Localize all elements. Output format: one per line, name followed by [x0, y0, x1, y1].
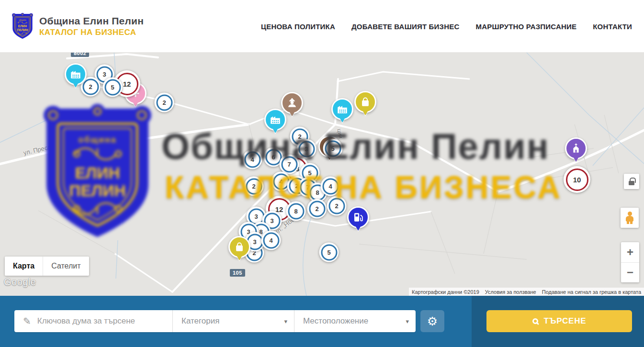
nav-item-pricing[interactable]: ЦЕНОВА ПОЛИТИКА	[261, 22, 335, 31]
attribution-report-link[interactable]: Подаване на сигнал за грешка в картата	[539, 289, 644, 295]
lock-icon	[629, 181, 634, 185]
site-title: Община Елин Пелин	[39, 15, 144, 27]
nav-item-schedule[interactable]: МАРШРУТНО РАЗПИСАНИЕ	[475, 22, 576, 31]
category-select-label: Категория	[181, 316, 219, 326]
cluster-marker[interactable]: 5	[323, 139, 343, 158]
cluster-marker[interactable]: 2	[155, 93, 174, 112]
map-type-map-button[interactable]: Карта	[5, 257, 43, 276]
location-select-label: Местоположение	[303, 316, 368, 326]
pin-bag-marker[interactable]	[354, 91, 376, 113]
chevron-down-icon: ▾	[406, 318, 409, 325]
pin-factory-marker[interactable]	[65, 63, 87, 85]
cluster-marker[interactable]: 4	[243, 150, 262, 169]
search-keyword-input[interactable]	[37, 316, 157, 326]
brand-text: Община Елин Пелин КАТАЛОГ НА БИЗНЕСА	[39, 15, 144, 37]
svg-text:община: община	[19, 19, 26, 21]
search-icon	[532, 318, 538, 324]
pegman-icon	[626, 212, 633, 224]
map-type-satellite-button[interactable]: Сателит	[43, 257, 89, 276]
cluster-marker[interactable]: 5	[103, 78, 123, 97]
pin-factory-marker[interactable]	[264, 109, 286, 131]
cluster-marker[interactable]: 2	[327, 196, 347, 216]
keyword-field: ✎	[14, 310, 172, 332]
gear-icon: ⚙	[427, 315, 438, 327]
site-subtitle: КАТАЛОГ НА БИЗНЕСА	[39, 28, 144, 37]
category-select[interactable]: Категория ▾	[172, 310, 294, 332]
svg-text:ПЕЛИН: ПЕЛИН	[17, 28, 28, 31]
lock-button[interactable]	[624, 174, 639, 189]
cluster-marker[interactable]: 5	[319, 243, 339, 262]
cluster-marker[interactable]: 4	[321, 177, 340, 196]
search-bar: ✎ Категория ▾ Местоположение ▾ ⚙ ТЪРСЕНЕ	[0, 296, 644, 347]
pencil-icon: ✎	[23, 315, 31, 327]
zoom-in-button[interactable]: +	[621, 242, 639, 263]
svg-text:ЕЛИН: ЕЛИН	[18, 24, 27, 28]
zoom-out-button[interactable]: −	[621, 263, 639, 283]
cluster-marker[interactable]: 2	[307, 199, 327, 219]
pin-factory-marker[interactable]	[331, 98, 353, 120]
location-select[interactable]: Местоположение ▾	[294, 310, 416, 332]
search-button[interactable]: ТЪРСЕНЕ	[486, 310, 632, 332]
search-fields: ✎ Категория ▾ Местоположение ▾	[14, 310, 416, 332]
header: общинаЕЛИНПЕЛИН Община Елин Пелин КАТАЛО…	[0, 0, 644, 53]
municipality-crest-icon: общинаЕЛИНПЕЛИН	[11, 12, 34, 40]
cluster-marker[interactable]: 10	[564, 166, 590, 193]
brand-logo[interactable]: общинаЕЛИНПЕЛИН Община Елин Пелин КАТАЛО…	[11, 12, 144, 40]
map-attribution: Картографски данни ©2019 Условия за полз…	[409, 288, 644, 296]
pin-fuel-marker[interactable]	[347, 206, 369, 228]
marker-layer: 312252235461375242784128223383234510	[0, 53, 644, 296]
nav-item-add-business[interactable]: ДОБАВЕТЕ ВАШИЯТ БИЗНЕС	[351, 22, 459, 31]
chevron-down-icon: ▾	[284, 318, 287, 325]
cluster-marker[interactable]: 2	[244, 177, 264, 196]
search-button-label: ТЪРСЕНЕ	[544, 316, 587, 326]
main-nav: ЦЕНОВА ПОЛИТИКА ДОБАВЕТЕ ВАШИЯТ БИЗНЕС М…	[261, 0, 632, 53]
attribution-terms-link[interactable]: Условия за ползване	[482, 289, 539, 295]
google-logo[interactable]: Google	[4, 277, 36, 288]
map-type-control: Карта Сателит	[5, 257, 89, 276]
pin-bag-marker[interactable]	[228, 236, 250, 258]
map-canvas[interactable]: ул. Преслав бул. „Новосел ции 8002 105 3…	[0, 53, 644, 296]
nav-item-contacts[interactable]: КОНТАКТИ	[593, 22, 632, 31]
cluster-marker[interactable]: 7	[280, 155, 299, 174]
zoom-control: + −	[621, 242, 639, 282]
attribution-copyright: Картографски данни ©2019	[409, 289, 482, 295]
pin-church-marker[interactable]	[565, 137, 587, 159]
advanced-settings-button[interactable]: ⚙	[420, 310, 444, 332]
street-view-pegman-button[interactable]	[621, 208, 639, 228]
cluster-marker[interactable]: 4	[261, 231, 281, 250]
cluster-marker[interactable]: 8	[286, 201, 306, 221]
